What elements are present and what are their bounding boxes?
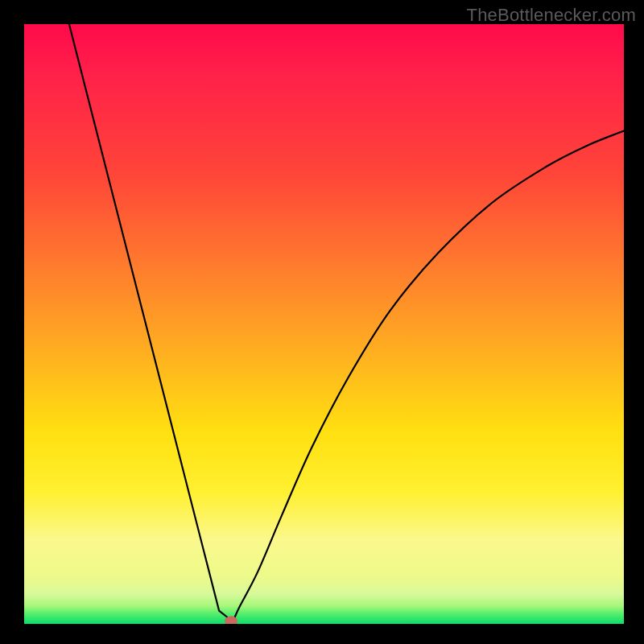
chart-frame: TheBottlenecker.com bbox=[0, 0, 644, 644]
plot-area bbox=[24, 24, 624, 624]
watermark-text: TheBottlenecker.com bbox=[467, 5, 636, 26]
bottleneck-curve bbox=[24, 24, 624, 624]
